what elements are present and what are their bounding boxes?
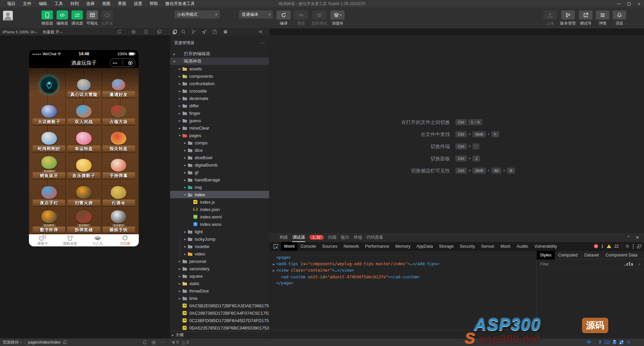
menu-item-2[interactable]: 编辑 xyxy=(35,0,51,7)
devtools-tab-Vulnerability[interactable]: Vulnerability xyxy=(531,242,560,251)
chinese-ime-icon[interactable]: 中 xyxy=(587,339,591,345)
toolbar-button-真机调试[interactable]: 真机调试 xyxy=(312,10,327,26)
device-select[interactable]: iPhone 5 100% 16 ▾ xyxy=(3,29,37,36)
rotate-icon[interactable] xyxy=(117,30,122,34)
more-actions-icon[interactable]: ⋯ xyxy=(260,40,265,45)
gear-icon[interactable] xyxy=(626,340,631,344)
tree-item-static[interactable]: ▸static xyxy=(170,280,269,287)
page-path-label[interactable]: 页面路径 xyxy=(3,340,19,345)
toolbar-button-测试号[interactable]: 测试号 xyxy=(579,10,592,26)
game-item-眼疾手快[interactable]: （视频解锁）眼疾手快 xyxy=(101,206,136,233)
game-item-幸运转盘[interactable]: 幸运转盘 xyxy=(66,125,101,152)
record-icon[interactable] xyxy=(131,30,136,34)
game-item-扫雷火拼[interactable]: 扫雷火拼 xyxy=(66,179,101,206)
tree-item-roulette[interactable]: ▸roulette xyxy=(170,243,269,250)
grid-icon[interactable] xyxy=(619,340,623,344)
tree-item-喝酒神器[interactable]: ▾喝酒神器 xyxy=(170,58,269,65)
game-item-欢乐掷骰子[interactable]: 欢乐掷骰子 xyxy=(66,152,101,179)
panel-tab-调试器[interactable]: 调试器 xyxy=(292,233,305,242)
devtools-tab-AppData[interactable]: AppData xyxy=(414,242,436,251)
game-item-占领方块[interactable]: 占领方块 xyxy=(101,98,136,125)
menu-item-0[interactable]: 项目 xyxy=(3,0,19,7)
toolbar-button-预览[interactable]: 预览 xyxy=(294,10,308,26)
tree-item-light[interactable]: ▸light xyxy=(170,228,269,235)
tree-item-square[interactable]: ▸square xyxy=(170,272,269,280)
tree-item-secondary[interactable]: ▸secondary xyxy=(170,265,269,272)
menu-item-5[interactable]: 选择 xyxy=(83,0,98,7)
tree-item-dice[interactable]: ▸dice xyxy=(170,146,269,154)
panel-tab-代码质量[interactable]: 代码质量 xyxy=(366,233,383,242)
game-item-大话摇骰子[interactable]: 大话摇骰子 xyxy=(32,98,66,125)
game-item-双人对战[interactable]: 双人对战 xyxy=(66,98,101,125)
tree-item-0AC2987385D172BF6CA4F074C5C17533...[interactable]: JS0AC2987385D172BF6CA4F074C5C17533... xyxy=(170,309,269,317)
tree-item-finger[interactable]: ▸finger xyxy=(170,109,269,117)
close-button[interactable]: × xyxy=(634,0,644,7)
tree-item-luckyJump[interactable]: ▸luckyJump xyxy=(170,235,269,243)
toolbar-button-调试器[interactable]: 调试器 xyxy=(71,10,83,26)
panel-tab-问题[interactable]: 问题 xyxy=(328,233,336,242)
tree-item-comps[interactable]: ▸comps xyxy=(170,139,269,146)
collapse-panel-icon[interactable] xyxy=(258,30,262,34)
styles-tab-Styles[interactable]: Styles xyxy=(537,251,555,260)
styles-tab-Component Data[interactable]: Component Data xyxy=(602,251,641,260)
tree-item-digitalBomb[interactable]: ▸digitalBomb xyxy=(170,161,269,169)
devtools-tab-Mock[interactable]: Mock xyxy=(497,242,514,251)
devtools-tab-Security[interactable]: Security xyxy=(457,242,478,251)
devtools-tab-Storage[interactable]: Storage xyxy=(436,242,457,251)
menu-item-1[interactable]: 文件 xyxy=(19,0,35,7)
copy-icon[interactable] xyxy=(63,340,67,344)
menu-item-7[interactable]: 界面 xyxy=(114,0,130,7)
devtools-tab-Sources[interactable]: Sources xyxy=(319,242,341,251)
menu-item-6[interactable]: 视图 xyxy=(98,0,114,7)
expand-arrow[interactable]: ▶ xyxy=(273,268,276,274)
tree-item-handBarrage[interactable]: ▸handBarrage xyxy=(170,176,269,183)
wxml-line[interactable]: ▶<view class="container">…</view> xyxy=(273,267,536,274)
devtools-tab-Memory[interactable]: Memory xyxy=(392,242,413,251)
devtools-tab-Network[interactable]: Network xyxy=(341,242,362,251)
styles-tab-Dataset[interactable]: Dataset xyxy=(581,251,602,260)
tree-item-index[interactable]: ▾index xyxy=(170,191,269,198)
hand-icon[interactable] xyxy=(223,30,228,34)
tree-item-time[interactable]: ▸time xyxy=(170,295,269,302)
phone-tab-大玩家[interactable]: 大玩家 xyxy=(111,234,139,246)
toolbar-button-编辑器[interactable]: 编辑器 xyxy=(57,10,68,26)
tree-item-0DA5235785D172BF6BC34B5039017533.is[interactable]: JS0DA5235785D172BF6BC34B5039017533.is xyxy=(170,324,269,332)
tree-item-video[interactable]: ▸video xyxy=(170,250,269,257)
windows-icon[interactable] xyxy=(157,30,162,34)
explorer-icon[interactable] xyxy=(173,30,177,34)
game-item-拆弹英雄[interactable]: （视频解锁）拆弹英雄 xyxy=(66,206,101,233)
close-icon[interactable]: ✕ xyxy=(636,235,639,240)
tree-item-0C23BFD085D172BF6A45D7D74FD1753...[interactable]: JS0C23BFD085D172BF6A45D7D74FD1753... xyxy=(170,317,269,324)
tree-item-gf[interactable]: ▸gf xyxy=(170,169,269,176)
tree-item-components[interactable]: ▸components xyxy=(170,72,269,80)
game-item-真心话大冒险[interactable]: 真心话大冒险 xyxy=(66,71,101,98)
outline-section[interactable]: ▸ 大纲 xyxy=(170,331,269,338)
panel-tab-构建[interactable]: 构建 xyxy=(280,233,288,242)
toolbar-button-编译[interactable]: 编译 xyxy=(277,10,291,26)
styles-tab-Computed[interactable]: Computed xyxy=(555,251,581,260)
menu-item-4[interactable]: 转到 xyxy=(67,0,83,7)
compile-status-icon[interactable] xyxy=(142,340,147,345)
mode-select[interactable]: 小程序模式▾ xyxy=(174,10,220,19)
cls-toggle[interactable]: .cls xyxy=(624,262,633,267)
toolbar-button-可视化[interactable]: 可视化 xyxy=(87,10,98,26)
toolbar-button-消息[interactable]: 消息 xyxy=(613,10,626,26)
tree-item-pages[interactable]: ▾pages xyxy=(170,132,269,139)
tree-item-personal[interactable]: ▸personal xyxy=(170,257,269,265)
tree-item-index.json[interactable]: {..}index.json xyxy=(170,206,269,213)
phone-tab-摇骰子[interactable]: 摇骰子 xyxy=(29,234,57,246)
toolbar-button-清缓存[interactable]: ▾清缓存 xyxy=(330,10,345,26)
tree-item-deskmate[interactable]: ▸deskmate xyxy=(170,95,269,102)
clipboard-icon[interactable] xyxy=(613,340,616,344)
tree-item-打开的编辑器[interactable]: ▸打开的编辑器 xyxy=(170,50,269,58)
tree-item-throwDice[interactable]: ▸throwDice xyxy=(170,287,269,295)
maximize-button[interactable] xyxy=(624,0,634,7)
more-tabs-icon[interactable]: » xyxy=(641,251,644,260)
devtools-tab-Audits[interactable]: Audits xyxy=(514,242,532,251)
game-item-邀请好友[interactable]: 邀请好友 xyxy=(101,71,136,98)
phone-tab-领取皮肤[interactable]: 领取皮肤 xyxy=(57,234,84,246)
more-dots-icon[interactable]: ••• xyxy=(112,61,118,65)
compile-select[interactable]: 普通编译▾ xyxy=(239,10,273,19)
toolbar-button-上传[interactable]: 上传 xyxy=(543,10,557,26)
phone-tab-七八九[interactable]: 七八九 xyxy=(84,234,111,246)
